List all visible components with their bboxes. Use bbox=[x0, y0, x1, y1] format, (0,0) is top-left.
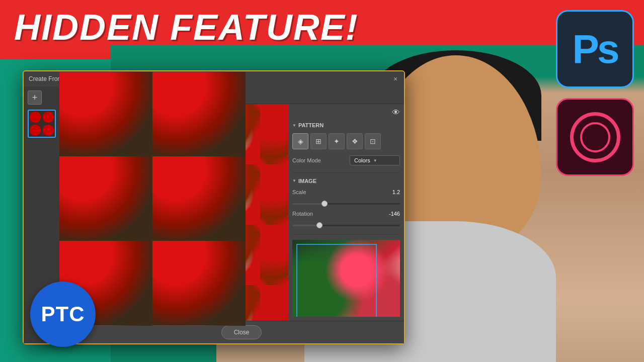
rotation-label: Rotation bbox=[292, 211, 313, 217]
image-section-label: IMAGE bbox=[298, 178, 316, 184]
color-mode-value: Colors bbox=[354, 157, 370, 163]
pattern-section-header: ▼ PATTERN bbox=[292, 122, 400, 128]
rotation-value: -146 bbox=[389, 211, 400, 217]
image-collapse-icon[interactable]: ▼ bbox=[292, 178, 296, 183]
ptc-badge: PTC bbox=[30, 282, 96, 347]
lightroom-icon bbox=[556, 98, 634, 176]
scale-row: Scale 1.2 bbox=[292, 189, 400, 195]
pattern-type-3[interactable]: ✦ bbox=[329, 133, 345, 149]
scale-slider-track bbox=[292, 203, 400, 205]
rotation-row: Rotation -146 bbox=[292, 211, 400, 217]
pattern-thumbnail[interactable] bbox=[28, 110, 56, 138]
rotation-slider-thumb[interactable] bbox=[316, 222, 323, 228]
source-selection-box bbox=[296, 244, 377, 317]
main-heading: HIDDEN FEATURE! bbox=[14, 9, 359, 45]
camera-inner bbox=[580, 122, 610, 152]
camera-circle bbox=[570, 112, 620, 162]
pattern-type-5[interactable]: ⊡ bbox=[365, 133, 381, 149]
right-panel: 👁 ▼ PATTERN ◈ ⊞ ✦ ❖ ⊡ C bbox=[288, 104, 404, 321]
scale-slider-thumb[interactable] bbox=[321, 201, 328, 207]
pattern-type-1[interactable]: ◈ bbox=[292, 133, 308, 149]
scale-value: 1.2 bbox=[392, 189, 400, 195]
close-button[interactable]: Close bbox=[221, 325, 262, 339]
color-mode-row: Color Mode Colors ▼ bbox=[292, 155, 400, 165]
divider-1 bbox=[292, 172, 400, 173]
rotation-slider-track bbox=[292, 225, 400, 226]
collapse-icon[interactable]: ▼ bbox=[292, 123, 296, 128]
pattern-section-label: PATTERN bbox=[298, 122, 324, 128]
rotation-slider-fill bbox=[292, 225, 319, 226]
scale-label: Scale bbox=[292, 189, 306, 195]
dialog-close-icon[interactable]: × bbox=[392, 75, 399, 82]
photoshop-icon: Ps bbox=[556, 10, 634, 88]
pattern-icon-row: ◈ ⊞ ✦ ❖ ⊡ bbox=[292, 133, 400, 149]
large-pattern-inner bbox=[59, 72, 246, 326]
pattern-type-4[interactable]: ❖ bbox=[347, 133, 363, 149]
visibility-icon[interactable]: 👁 bbox=[392, 108, 400, 117]
scale-slider-fill bbox=[292, 203, 325, 205]
ptc-label: PTC bbox=[41, 302, 85, 326]
pattern-type-2[interactable]: ⊞ bbox=[310, 133, 327, 149]
thumb-pattern-preview bbox=[29, 111, 55, 137]
color-mode-label: Color Mode bbox=[292, 157, 321, 163]
add-pattern-button[interactable]: + bbox=[28, 90, 42, 105]
color-mode-dropdown[interactable]: Colors ▼ bbox=[350, 155, 400, 165]
divider-2 bbox=[292, 234, 400, 235]
large-pattern-preview bbox=[59, 72, 246, 326]
rotation-slider-container bbox=[292, 223, 400, 226]
ps-label: Ps bbox=[573, 26, 618, 72]
scale-slider-container bbox=[292, 201, 400, 205]
dropdown-arrow-icon: ▼ bbox=[373, 158, 377, 163]
source-image-area bbox=[292, 240, 400, 317]
image-section-header: ▼ IMAGE bbox=[292, 178, 400, 184]
